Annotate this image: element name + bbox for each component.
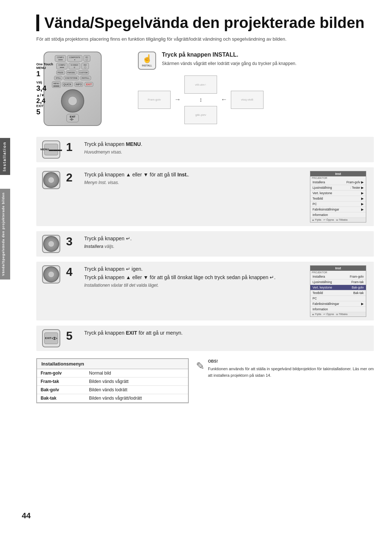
install-heading: Tryck på knappen INSTALL. [162, 52, 297, 58]
nav-center [68, 96, 77, 106]
one-touch-menu-label: One Touch MENU 1 [36, 62, 53, 78]
install-description: Skärmen vänds vågrätt eller lodrätt varj… [162, 60, 297, 67]
step-4-number: 4 [66, 265, 77, 279]
exit-button: EXIT◁▷ [66, 114, 79, 122]
step-4-icon [42, 265, 60, 283]
step-5-content: Tryck på knappen EXIT för att gå ur meny… [84, 329, 368, 338]
step-2-number: 2 [66, 171, 77, 184]
step-1-content: Tryck på knappen MENU. Huvudmenyn visas. [84, 140, 368, 156]
page-subtitle: För att stödja projektorns placering fin… [36, 36, 374, 43]
section-tab: Vända/Spegelvända den projekterade bilde… [0, 189, 10, 279]
step-3-content: Tryck på knappen ↵. Installera väljs. [84, 235, 368, 250]
table-row: Fram-tak Bilden vänds vågrätt [37, 377, 188, 385]
page-number: 44 [22, 511, 30, 520]
step-5-number: 5 [66, 329, 77, 343]
install-table-header: Installationsmenyn [37, 359, 188, 369]
step-1-row: MENU▬▬▬ 1 Tryck på knappen MENU. Huvudme… [36, 137, 374, 162]
step-2-content: Tryck på knappen ▲ eller ▼ för att gå ti… [84, 171, 304, 187]
step-3-row: 3 Tryck på knappen ↵. Installera väljs. [36, 231, 374, 257]
flip-diagrams: Fram-golv → vt9-utm↑ ↕ gäk-piev ← [138, 75, 374, 124]
step-5-icon: EXIT◁▷ [42, 329, 60, 347]
step-4-row: 4 Tryck på knappen ↵ igen. Tryck på knap… [36, 262, 374, 320]
step-3-number: 3 [66, 235, 77, 248]
step-3-icon [42, 235, 60, 253]
step-1-icon: MENU▬▬▬ [42, 140, 60, 159]
nav-ring [61, 89, 84, 113]
remote-diagram: One Touch MENU 1 Välj 3,4 ▲/▼ 2,4 EXIT 5… [36, 52, 123, 126]
step-5-row: EXIT◁▷ 5 Tryck på knappen EXIT för att g… [36, 326, 374, 351]
installation-table: Installationsmenyn Fram-golv Normal bild… [36, 358, 189, 403]
step-2-menu: Inst PROJEKTOR InstalleraFram-golv ▶ Lju… [310, 171, 368, 222]
step-2-row: 2 Tryck på knappen ▲ eller ▼ för att gå … [36, 167, 374, 226]
table-row: Bak-tak Bilden vänds vågrätt/lodrätt [37, 394, 188, 402]
obs-icon: ✎ [196, 358, 204, 375]
installation-label: Installation [2, 142, 7, 171]
installation-tab: Installation [0, 138, 10, 175]
table-row: Fram-golv Normal bild [37, 369, 188, 377]
step-4-menu: Inst PROJEKTOR InstalleraFram-golv Ljusi… [310, 265, 368, 317]
obs-label: OBS! [208, 358, 374, 365]
steps-section: MENU▬▬▬ 1 Tryck på knappen MENU. Huvudme… [36, 137, 374, 351]
step-2-icon [42, 171, 60, 189]
install-button-graphic: ☝ INSTALL [138, 52, 156, 70]
valj-label: Välj 3,4 [36, 81, 46, 93]
exit-label: EXIT 5 [36, 104, 44, 116]
updown-label: ▲/▼ 2,4 [36, 93, 45, 105]
section-label: Vända/Spegelvända den projekterade bilde… [1, 192, 5, 276]
install-section: ☝ INSTALL Tryck på knappen INSTALL. Skär… [138, 52, 374, 124]
page-title: Vända/Spegelvända den projekterade bilde… [36, 15, 374, 31]
step-1-number: 1 [66, 140, 77, 154]
installation-table-section: Installationsmenyn Fram-golv Normal bild… [36, 358, 374, 403]
step-4-content: Tryck på knappen ↵ igen. Tryck på knappe… [84, 265, 304, 289]
note-text: Funktionen används för att ställa in spe… [208, 366, 374, 379]
table-row: Bak-golv Bilden vänds lodrätt [37, 385, 188, 394]
note-section: ✎ OBS! Funktionen används för att ställa… [196, 358, 374, 379]
